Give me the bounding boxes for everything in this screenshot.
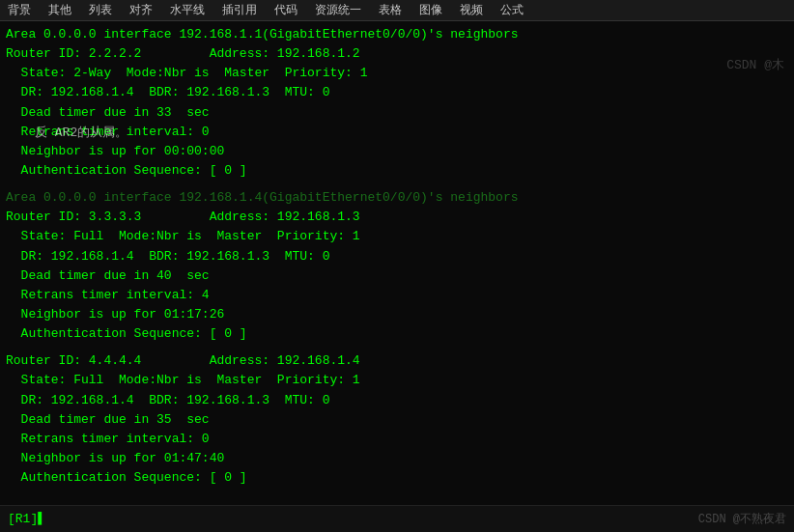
menu-background[interactable]: 背景 bbox=[8, 2, 31, 18]
menu-horizontal[interactable]: 水平线 bbox=[170, 2, 205, 18]
menu-image[interactable]: 图像 bbox=[419, 2, 442, 18]
router2-dr: DR: 192.168.1.4 BDR: 192.168.1.3 MTU: 0 bbox=[6, 247, 788, 266]
menu-code[interactable]: 代码 bbox=[274, 2, 298, 18]
router1-dead: Dead timer due in 33 sec bbox=[6, 103, 788, 123]
menu-other[interactable]: 其他 bbox=[48, 2, 71, 18]
router2-auth: Authentication Sequence: [ 0 ] bbox=[6, 324, 788, 344]
router3-neighbor: Neighbor is up for 01:47:40 bbox=[6, 449, 788, 468]
terminal-content: Area 0.0.0.0 interface 192.168.1.1(Gigab… bbox=[0, 21, 794, 491]
router1-dr: DR: 192.168.1.4 BDR: 192.168.1.3 MTU: 0 bbox=[6, 83, 788, 102]
menu-align[interactable]: 对齐 bbox=[129, 2, 153, 18]
status-bar: [R1]▌ CSDN @不熟夜君 bbox=[0, 505, 794, 532]
menu-resource[interactable]: 资源统一 bbox=[315, 2, 361, 18]
menu-video[interactable]: 视频 bbox=[460, 2, 483, 18]
router3-dead: Dead timer due in 35 sec bbox=[6, 410, 788, 430]
router3-auth: Authentication Sequence: [ 0 ] bbox=[6, 468, 788, 488]
router2-header: Area 0.0.0.0 interface 192.168.1.4(Gigab… bbox=[6, 188, 788, 208]
menu-bar[interactable]: 背景 其他 列表 对齐 水平线 插引用 代码 资源统一 表格 图像 视频 公式 bbox=[0, 0, 794, 21]
router3-dr: DR: 192.168.1.4 BDR: 192.168.1.3 MTU: 0 bbox=[6, 391, 788, 410]
csdn-watermark-bottom: CSDN @不熟夜君 bbox=[698, 511, 786, 527]
menu-formula[interactable]: 公式 bbox=[500, 2, 524, 18]
menu-blockquote[interactable]: 插引用 bbox=[222, 2, 257, 18]
router3-retrans: Retrans timer interval: 0 bbox=[6, 430, 788, 449]
router1-state: State: 2-Way Mode:Nbr is Master Priority… bbox=[6, 64, 788, 83]
router1-retrans: Retrans timer interval: 0 bbox=[6, 123, 788, 142]
router3-state: State: Full Mode:Nbr is Master Priority:… bbox=[6, 371, 788, 390]
router2-id: Router ID: 3.3.3.3 Address: 192.168.1.3 bbox=[6, 208, 788, 227]
menu-list[interactable]: 列表 bbox=[89, 2, 112, 18]
router2-dead: Dead timer due in 40 sec bbox=[6, 266, 788, 286]
router2-retrans: Retrans timer interval: 4 bbox=[6, 286, 788, 305]
header-line: Area 0.0.0.0 interface 192.168.1.1(Gigab… bbox=[6, 25, 788, 44]
terminal-prompt[interactable]: [R1]▌ bbox=[8, 512, 45, 526]
router2-neighbor: Neighbor is up for 01:17:26 bbox=[6, 305, 788, 324]
router1-neighbor: Neighbor is up for 00:00:00 bbox=[6, 142, 788, 161]
router2-state: State: Full Mode:Nbr is Master Priority:… bbox=[6, 227, 788, 246]
router3-id: Router ID: 4.4.4.4 Address: 192.168.1.4 bbox=[6, 351, 788, 371]
menu-table[interactable]: 表格 bbox=[379, 2, 402, 18]
router1-auth: Authentication Sequence: [ 0 ] bbox=[6, 161, 788, 181]
router1-id: Router ID: 2.2.2.2 Address: 192.168.1.2 bbox=[6, 44, 788, 64]
terminal-window: 背景 其他 列表 对齐 水平线 插引用 代码 资源统一 表格 图像 视频 公式 … bbox=[0, 0, 794, 532]
